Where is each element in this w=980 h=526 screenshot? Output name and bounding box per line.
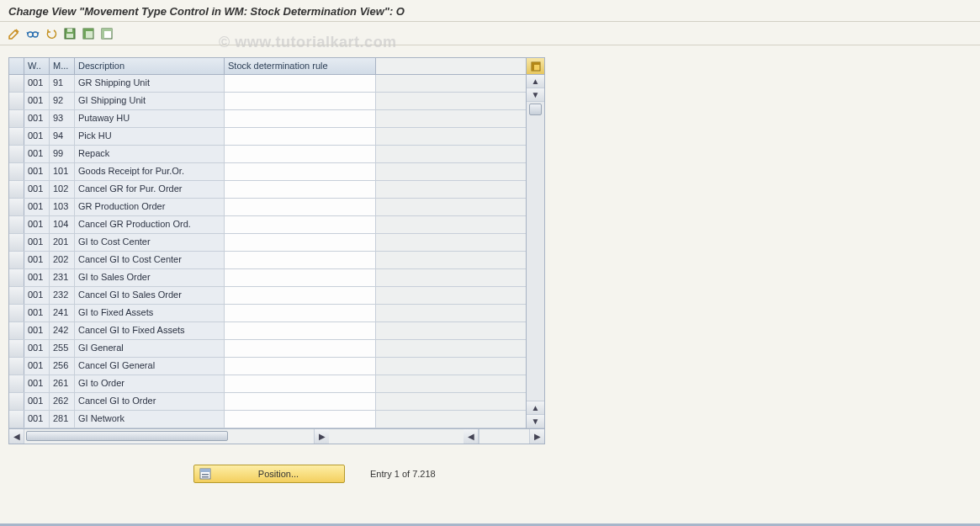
scroll-track[interactable] — [527, 102, 544, 401]
hscroll-right-button[interactable]: ▶ — [314, 429, 329, 444]
column-header-m[interactable]: M... — [50, 58, 75, 74]
row-selector[interactable] — [9, 110, 24, 127]
cell-rule[interactable] — [225, 322, 376, 339]
table-row[interactable]: 00193Putaway HU — [9, 110, 526, 128]
hscroll-left-button[interactable]: ◀ — [9, 429, 24, 444]
row-selector[interactable] — [9, 75, 24, 92]
column-header-w[interactable]: W.. — [24, 58, 50, 74]
row-selector[interactable] — [9, 234, 24, 251]
cell-rule[interactable] — [225, 146, 376, 162]
change-icon[interactable] — [7, 26, 22, 41]
table-row[interactable]: 001104Cancel GR Production Ord. — [9, 216, 526, 234]
cell-m: 201 — [50, 234, 75, 251]
table-row[interactable]: 001201GI to Cost Center — [9, 234, 526, 252]
scroll-up-button[interactable]: ▲ — [527, 75, 544, 88]
row-selector[interactable] — [9, 252, 24, 268]
cell-rule[interactable] — [225, 128, 376, 145]
save-icon[interactable] — [62, 26, 77, 41]
row-selector[interactable] — [9, 375, 24, 392]
cell-rule[interactable] — [225, 393, 376, 410]
table-row[interactable]: 001102Cancel GR for Pur. Order — [9, 181, 526, 199]
deselect-all-icon[interactable] — [99, 26, 114, 41]
cell-rule[interactable] — [225, 234, 376, 251]
cell-description: GI Network — [75, 411, 225, 428]
hscroll2-track[interactable] — [479, 429, 529, 444]
table-row[interactable]: 001256Cancel GI General — [9, 358, 526, 375]
table-row[interactable]: 001255GI General — [9, 340, 526, 358]
cell-m: 256 — [50, 358, 75, 375]
cell-description: GI to Order — [75, 375, 225, 392]
table-row[interactable]: 001242Cancel GI to Fixed Assets — [9, 322, 526, 340]
cell-rule[interactable] — [225, 181, 376, 198]
cell-rule[interactable] — [225, 199, 376, 215]
row-selector[interactable] — [9, 340, 24, 357]
scroll-down-button[interactable]: ▼ — [527, 415, 544, 428]
row-selector[interactable] — [9, 411, 24, 428]
hscroll2-right-button[interactable]: ▶ — [529, 429, 544, 444]
cell-rule[interactable] — [225, 340, 376, 357]
scroll-thumb[interactable] — [529, 104, 542, 115]
row-selector[interactable] — [9, 358, 24, 375]
table-row[interactable]: 00194Pick HU — [9, 128, 526, 146]
position-button[interactable]: Position... — [193, 465, 345, 483]
cell-w: 001 — [24, 269, 50, 286]
cell-description: GI General — [75, 340, 225, 357]
scroll-down-step-button[interactable]: ▼ — [527, 88, 544, 102]
cell-m: 104 — [50, 216, 75, 233]
header-selector[interactable] — [9, 58, 24, 74]
glasses-icon[interactable] — [25, 26, 40, 41]
cell-rule[interactable] — [225, 110, 376, 127]
table-settings-icon[interactable] — [527, 58, 544, 75]
row-selector[interactable] — [9, 181, 24, 198]
cell-pad — [376, 93, 526, 109]
cell-m: 242 — [50, 322, 75, 339]
table-row[interactable]: 001261GI to Order — [9, 375, 526, 393]
row-selector[interactable] — [9, 128, 24, 145]
row-selector[interactable] — [9, 287, 24, 304]
table-row[interactable]: 00191GR Shipping Unit — [9, 75, 526, 93]
scroll-up-end-button[interactable]: ▲ — [527, 401, 544, 415]
row-selector[interactable] — [9, 269, 24, 286]
hscroll2-left-button[interactable]: ◀ — [464, 429, 479, 444]
cell-description: Cancel GR for Pur. Order — [75, 181, 225, 198]
table-row[interactable]: 001232Cancel GI to Sales Order — [9, 287, 526, 305]
cell-rule[interactable] — [225, 358, 376, 375]
row-selector[interactable] — [9, 199, 24, 215]
cell-rule[interactable] — [225, 269, 376, 286]
undo-icon[interactable] — [44, 26, 59, 41]
cell-pad — [376, 234, 526, 251]
cell-rule[interactable] — [225, 411, 376, 428]
hscroll-track[interactable] — [24, 429, 314, 444]
table-row[interactable]: 001202Cancel GI to Cost Center — [9, 252, 526, 269]
table-row[interactable]: 00199Repack — [9, 146, 526, 163]
cell-m: 92 — [50, 93, 75, 109]
column-header-rule[interactable]: Stock determination rule — [225, 58, 376, 74]
row-selector[interactable] — [9, 93, 24, 109]
cell-rule[interactable] — [225, 287, 376, 304]
cell-rule[interactable] — [225, 216, 376, 233]
row-selector[interactable] — [9, 146, 24, 162]
row-selector[interactable] — [9, 393, 24, 410]
row-selector[interactable] — [9, 322, 24, 339]
cell-rule[interactable] — [225, 75, 376, 92]
table-row[interactable]: 00192GI Shipping Unit — [9, 93, 526, 110]
table-row[interactable]: 001281GI Network — [9, 411, 526, 428]
table-row[interactable]: 001262Cancel GI to Order — [9, 393, 526, 411]
cell-rule[interactable] — [225, 252, 376, 268]
cell-rule[interactable] — [225, 93, 376, 109]
table-row[interactable]: 001241GI to Fixed Assets — [9, 305, 526, 322]
table-row[interactable]: 001103GR Production Order — [9, 199, 526, 216]
cell-rule[interactable] — [225, 163, 376, 180]
cell-description: Goods Receipt for Pur.Or. — [75, 163, 225, 180]
row-selector[interactable] — [9, 216, 24, 233]
select-all-icon[interactable] — [81, 26, 96, 41]
cell-rule[interactable] — [225, 375, 376, 392]
table-row[interactable]: 001101Goods Receipt for Pur.Or. — [9, 163, 526, 181]
hscroll-thumb[interactable] — [26, 431, 228, 441]
table-row[interactable]: 001231GI to Sales Order — [9, 269, 526, 287]
cell-pad — [376, 269, 526, 286]
column-header-description[interactable]: Description — [75, 58, 225, 74]
row-selector[interactable] — [9, 163, 24, 180]
row-selector[interactable] — [9, 305, 24, 321]
cell-rule[interactable] — [225, 305, 376, 321]
